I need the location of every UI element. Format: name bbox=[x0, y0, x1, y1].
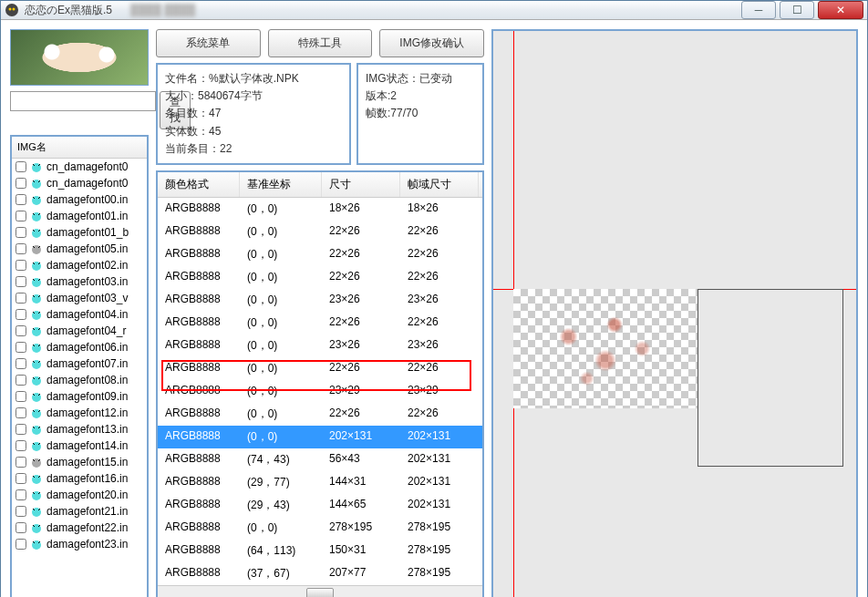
list-item[interactable]: damagefont22.in bbox=[12, 520, 147, 536]
cat-icon bbox=[30, 505, 43, 518]
item-checkbox[interactable] bbox=[16, 375, 26, 386]
list-item[interactable]: damagefont02.in bbox=[12, 257, 147, 273]
preview-sprite bbox=[513, 289, 698, 408]
item-checkbox[interactable] bbox=[16, 391, 26, 402]
grid-row[interactable]: ARGB8888(29，77)144×31202×131 bbox=[158, 471, 482, 494]
item-label: damagefont05.in bbox=[46, 242, 128, 255]
item-checkbox[interactable] bbox=[16, 260, 26, 271]
grid-row[interactable]: ARGB8888(29，43)144×65202×131 bbox=[158, 494, 482, 517]
list-item[interactable]: damagefont04_r bbox=[12, 323, 147, 339]
list-item[interactable]: damagefont09.in bbox=[12, 388, 147, 405]
cat-icon bbox=[30, 292, 43, 304]
list-item[interactable]: damagefont07.in bbox=[12, 355, 147, 372]
info-size: 大小：5840674字节 bbox=[165, 87, 342, 105]
grid-row[interactable]: ARGB8888(37，67)207×77278×195 bbox=[158, 562, 482, 585]
grid-row[interactable]: ARGB8888(0，0)278×195278×195 bbox=[158, 517, 482, 540]
list-item[interactable]: damagefont21.in bbox=[12, 503, 147, 520]
item-checkbox[interactable] bbox=[16, 276, 26, 287]
item-checkbox[interactable] bbox=[16, 358, 26, 369]
grid-row[interactable]: ARGB8888(0，0)23×2923×29 bbox=[158, 380, 482, 403]
info-filename: 文件名：%默认字体改.NPK bbox=[165, 70, 342, 87]
list-item[interactable]: damagefont08.in bbox=[12, 372, 147, 388]
item-label: damagefont07.in bbox=[46, 357, 128, 370]
item-label: damagefont14.in bbox=[46, 439, 128, 452]
item-checkbox[interactable] bbox=[16, 457, 26, 468]
item-checkbox[interactable] bbox=[16, 194, 26, 205]
cat-icon bbox=[30, 341, 43, 354]
maximize-button[interactable]: ☐ bbox=[780, 1, 814, 19]
list-item[interactable]: damagefont04.in bbox=[12, 306, 147, 323]
item-checkbox[interactable] bbox=[16, 424, 26, 435]
content: 查找 IMG名 cn_damagefont0cn_damagefont0dama… bbox=[1, 20, 867, 597]
list-item[interactable]: damagefont15.in bbox=[12, 454, 147, 470]
item-label: damagefont03.in bbox=[46, 275, 128, 288]
item-checkbox[interactable] bbox=[16, 211, 26, 221]
grid-row[interactable]: ARGB8888(0，0)202×131202×131 bbox=[158, 426, 482, 448]
close-button[interactable]: ✕ bbox=[818, 1, 863, 19]
list-item[interactable]: damagefont05.in bbox=[12, 241, 147, 257]
item-checkbox[interactable] bbox=[16, 473, 26, 484]
item-checkbox[interactable] bbox=[16, 522, 26, 533]
grid-body[interactable]: ARGB8888(0，0)18×2618×26ARGB8888(0，0)22×2… bbox=[158, 198, 482, 585]
grid-row[interactable]: ARGB8888(0，0)18×2618×26 bbox=[158, 198, 482, 221]
grid-row[interactable]: ARGB8888(0，0)22×2622×26 bbox=[158, 243, 482, 266]
img-list[interactable]: cn_damagefont0cn_damagefont0damagefont00… bbox=[12, 159, 147, 597]
item-checkbox[interactable] bbox=[16, 309, 26, 320]
window-title: 恋恋のEx黑猫版.5 bbox=[25, 3, 112, 18]
list-item[interactable]: damagefont16.in bbox=[12, 470, 147, 487]
grid-row[interactable]: ARGB8888(0，0)23×2623×26 bbox=[158, 335, 482, 357]
preview-panel[interactable] bbox=[491, 29, 858, 597]
item-checkbox[interactable] bbox=[16, 539, 26, 550]
grid-row[interactable]: ARGB8888(0，0)22×2622×26 bbox=[158, 312, 482, 335]
item-checkbox[interactable] bbox=[16, 325, 26, 336]
sysmenu-button[interactable]: 系统菜单 bbox=[156, 29, 261, 57]
item-checkbox[interactable] bbox=[16, 440, 26, 451]
special-button[interactable]: 特殊工具 bbox=[268, 29, 373, 57]
list-item[interactable]: damagefont03.in bbox=[12, 273, 147, 290]
list-item[interactable]: damagefont01.in bbox=[12, 208, 147, 224]
grid-row[interactable]: ARGB8888(0，0)23×2623×26 bbox=[158, 289, 482, 312]
item-checkbox[interactable] bbox=[16, 178, 26, 189]
list-item[interactable]: damagefont06.in bbox=[12, 339, 147, 355]
frame-grid[interactable]: 颜色格式 基准坐标 尺寸 帧域尺寸 ARGB8888(0，0)18×2618×2… bbox=[156, 170, 484, 597]
cat-icon bbox=[30, 210, 43, 222]
status-frames: 帧数:77/70 bbox=[366, 105, 475, 122]
item-checkbox[interactable] bbox=[16, 489, 26, 500]
item-checkbox[interactable] bbox=[16, 227, 26, 238]
item-checkbox[interactable] bbox=[16, 407, 26, 418]
status-changed: IMG状态：已变动 bbox=[366, 70, 475, 87]
list-item[interactable]: damagefont00.in bbox=[12, 191, 147, 208]
list-item[interactable]: damagefont03_v bbox=[12, 290, 147, 306]
cat-icon bbox=[30, 193, 43, 206]
search-input[interactable] bbox=[10, 91, 156, 111]
grid-row[interactable]: ARGB8888(0，0)22×2622×26 bbox=[158, 221, 482, 243]
list-item[interactable]: damagefont23.in bbox=[12, 536, 147, 552]
item-checkbox[interactable] bbox=[16, 342, 26, 353]
item-checkbox[interactable] bbox=[16, 243, 26, 254]
list-item[interactable]: cn_damagefont0 bbox=[12, 175, 147, 191]
grid-row[interactable]: ARGB8888(64，113)150×31278×195 bbox=[158, 540, 482, 562]
list-item[interactable]: damagefont01_b bbox=[12, 224, 147, 241]
list-item[interactable]: damagefont20.in bbox=[12, 487, 147, 503]
list-item[interactable]: damagefont12.in bbox=[12, 405, 147, 421]
grid-row[interactable]: ARGB8888(0，0)22×2622×26 bbox=[158, 357, 482, 380]
grid-hscroll[interactable] bbox=[158, 585, 482, 597]
grid-row[interactable]: ARGB8888(0，0)22×2622×26 bbox=[158, 266, 482, 289]
grid-row[interactable]: ARGB8888(74，43)56×43202×131 bbox=[158, 448, 482, 471]
item-label: damagefont15.in bbox=[46, 456, 128, 468]
cat-icon bbox=[30, 357, 43, 370]
item-checkbox[interactable] bbox=[16, 506, 26, 517]
item-label: damagefont20.in bbox=[46, 489, 128, 501]
minimize-button[interactable]: ─ bbox=[741, 1, 776, 19]
list-item[interactable]: damagefont14.in bbox=[12, 437, 147, 454]
list-item[interactable]: damagefont13.in bbox=[12, 421, 147, 437]
app-icon bbox=[5, 3, 19, 17]
grid-row[interactable]: ARGB8888(0，0)22×2622×26 bbox=[158, 403, 482, 426]
item-checkbox[interactable] bbox=[16, 293, 26, 304]
item-label: damagefont23.in bbox=[46, 538, 128, 551]
list-item[interactable]: cn_damagefont0 bbox=[12, 159, 147, 175]
item-checkbox[interactable] bbox=[16, 161, 26, 172]
blurred-text: ████ ████ bbox=[130, 4, 195, 16]
cat-icon bbox=[30, 259, 43, 272]
imgconfirm-button[interactable]: IMG修改确认 bbox=[379, 29, 484, 57]
